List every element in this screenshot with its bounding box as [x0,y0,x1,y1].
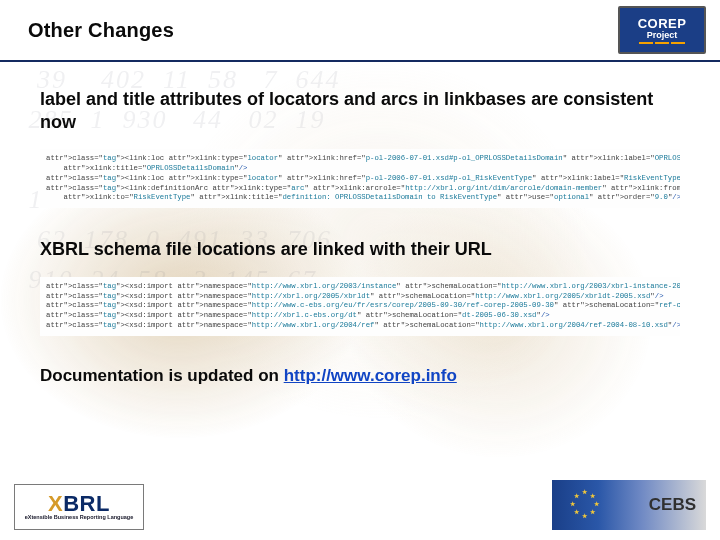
cebs-logo-text: CEBS [649,495,696,515]
footer: XBRL eXtensible Business Reporting Langu… [0,464,720,540]
corep-logo-line1: COREP [638,17,687,30]
slide-content: label and title attributes of locators a… [0,62,720,386]
title-bar: Other Changes COREP Project [0,0,720,62]
corep-logo: COREP Project [618,6,706,54]
page-title: Other Changes [28,19,174,42]
corep-logo-line2: Project [647,30,678,40]
cebs-logo: ★★ ★★ ★★ ★★ CEBS [552,480,706,530]
xbrl-logo: XBRL eXtensible Business Reporting Langu… [14,484,144,530]
documentation-link[interactable]: http://www.corep.info [284,366,457,385]
eu-stars-icon: ★★ ★★ ★★ ★★ [570,490,600,520]
section1-heading: label and title attributes of locators a… [40,88,680,133]
documentation-line: Documentation is updated on http://www.c… [40,366,680,386]
code-block-imports: attr">class="tag"><xsd:import attr">name… [40,277,680,336]
documentation-prefix: Documentation is updated on [40,366,284,385]
section2-heading: XBRL schema file locations are linked wi… [40,238,680,261]
code-block-linkbases: attr">class="tag"><link:loc attr">xlink:… [40,149,680,208]
xbrl-logo-text: BRL [63,491,110,516]
